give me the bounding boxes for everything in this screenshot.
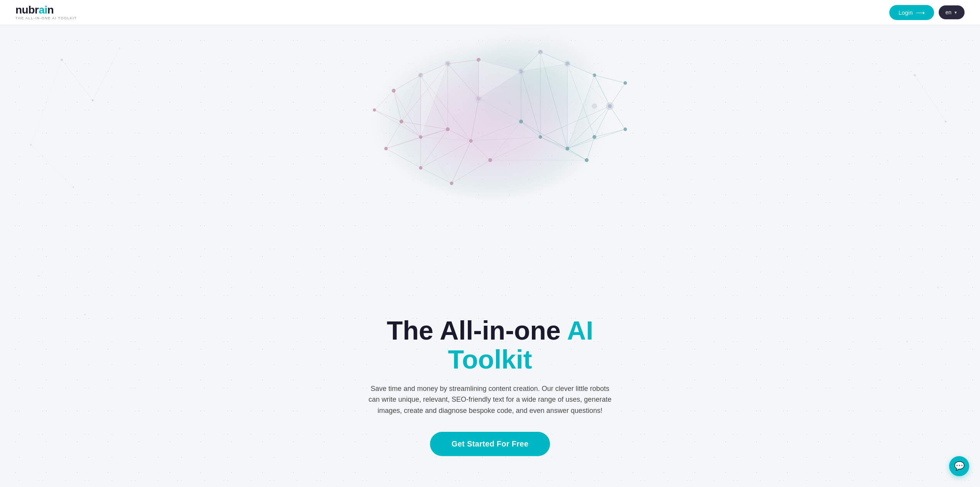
svg-point-0: [61, 59, 63, 61]
svg-point-118: [518, 68, 525, 75]
svg-line-47: [471, 141, 490, 160]
svg-point-115: [592, 103, 597, 109]
svg-line-62: [567, 106, 610, 149]
login-label: Login: [899, 9, 913, 16]
svg-point-9: [38, 275, 40, 277]
svg-marker-128: [594, 106, 625, 137]
svg-point-90: [419, 135, 422, 139]
svg-point-104: [565, 147, 569, 150]
svg-line-70: [587, 137, 594, 160]
svg-line-38: [386, 137, 421, 149]
svg-point-94: [488, 158, 492, 162]
svg-point-108: [585, 158, 589, 162]
svg-line-56: [540, 137, 567, 149]
svg-line-36: [374, 110, 421, 137]
svg-marker-120: [421, 64, 448, 137]
svg-line-69: [567, 149, 587, 160]
svg-marker-119: [394, 75, 421, 122]
svg-point-111: [445, 61, 451, 67]
svg-point-1: [92, 100, 94, 101]
svg-line-81: [490, 122, 521, 160]
svg-point-101: [592, 74, 596, 77]
svg-line-51: [540, 52, 567, 64]
svg-point-113: [418, 73, 423, 78]
svg-point-102: [608, 104, 612, 108]
svg-line-52: [567, 64, 594, 75]
svg-point-2: [119, 47, 120, 49]
svg-point-87: [446, 62, 449, 66]
svg-line-67: [594, 129, 625, 137]
svg-line-30: [421, 75, 448, 129]
svg-line-29: [394, 91, 421, 137]
svg-line-32: [401, 122, 448, 129]
svg-point-6: [945, 121, 947, 123]
svg-line-14: [93, 48, 120, 100]
get-started-button[interactable]: Get Started For Free: [430, 432, 550, 456]
svg-point-12: [906, 341, 908, 342]
svg-point-93: [477, 96, 481, 100]
svg-line-22: [448, 60, 479, 64]
cta-label: Get Started For Free: [452, 440, 528, 448]
svg-line-53: [594, 75, 610, 106]
svg-line-77: [479, 60, 521, 71]
svg-marker-125: [521, 52, 567, 71]
svg-line-83: [490, 137, 540, 160]
svg-point-105: [538, 135, 542, 139]
svg-line-15: [915, 75, 946, 122]
svg-point-112: [475, 95, 482, 102]
svg-line-39: [386, 129, 448, 149]
svg-line-78: [479, 71, 521, 98]
lang-label: en: [946, 9, 952, 15]
svg-line-50: [452, 160, 490, 183]
svg-point-97: [384, 147, 388, 150]
svg-line-61: [567, 75, 594, 149]
svg-line-72: [521, 52, 540, 71]
svg-line-37: [386, 122, 401, 149]
svg-marker-121: [448, 60, 479, 98]
svg-point-88: [477, 58, 481, 62]
svg-line-59: [540, 52, 567, 149]
svg-line-60: [567, 64, 594, 137]
svg-marker-126: [567, 64, 610, 106]
svg-point-114: [564, 61, 570, 67]
hero-section: The All-in-one AI Toolkit Save time and …: [0, 25, 980, 487]
svg-point-89: [399, 120, 403, 123]
chat-bubble-button[interactable]: 💬: [949, 456, 969, 476]
svg-point-5: [914, 74, 916, 76]
svg-line-23: [394, 91, 401, 122]
svg-line-16: [31, 145, 73, 187]
logo-subtitle: THE ALL-IN-ONE AI TOOLKIT: [15, 16, 77, 20]
hero-title: The All-in-one AI Toolkit: [363, 316, 618, 374]
svg-line-48: [421, 168, 452, 183]
logo-text: nubrain: [15, 5, 77, 15]
brain-visualization: [317, 25, 664, 237]
hero-content: The All-in-one AI Toolkit Save time and …: [355, 316, 625, 456]
svg-line-21: [421, 64, 448, 75]
svg-point-116: [606, 102, 614, 110]
svg-point-110: [519, 120, 523, 123]
svg-point-19: [405, 25, 614, 172]
svg-point-100: [565, 62, 569, 66]
svg-marker-134: [521, 52, 567, 71]
svg-line-63: [540, 106, 610, 137]
svg-line-24: [401, 122, 421, 137]
svg-line-20: [394, 75, 421, 91]
hero-description: Save time and money by streamlining cont…: [365, 383, 616, 416]
svg-point-109: [519, 69, 523, 73]
login-button[interactable]: Login ⟶: [889, 5, 934, 20]
language-selector[interactable]: en ▼: [939, 5, 965, 19]
svg-line-80: [471, 122, 521, 141]
svg-line-33: [421, 75, 471, 141]
svg-point-99: [538, 50, 542, 54]
svg-marker-122: [401, 122, 448, 137]
svg-point-98: [373, 108, 376, 112]
svg-line-42: [421, 141, 471, 168]
svg-line-25: [421, 129, 448, 137]
svg-point-4: [73, 186, 74, 188]
svg-point-117: [538, 49, 543, 55]
chevron-down-icon: ▼: [954, 10, 958, 15]
svg-line-84: [471, 137, 540, 141]
chat-icon: 💬: [954, 461, 965, 471]
svg-line-64: [610, 83, 625, 106]
svg-point-92: [469, 139, 472, 143]
